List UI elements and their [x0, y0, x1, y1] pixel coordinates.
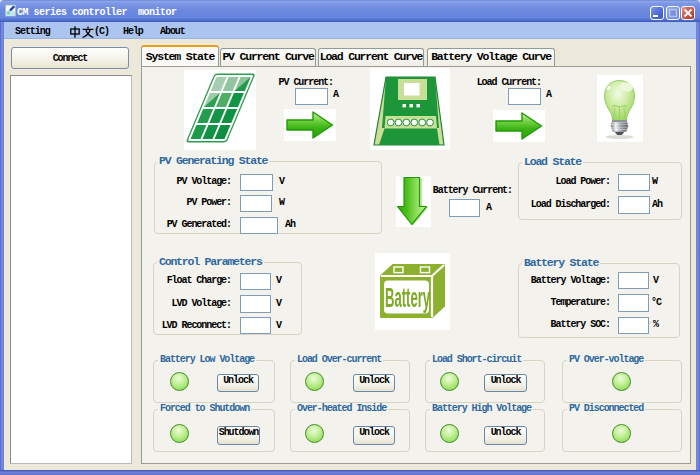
svg-text:Battery: Battery — [385, 281, 431, 313]
